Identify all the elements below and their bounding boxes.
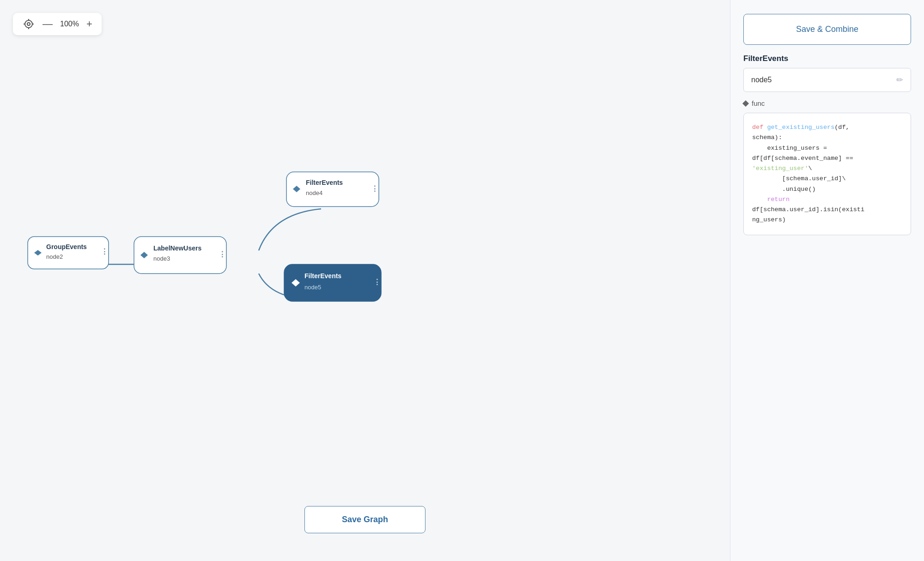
right-panel: Save & Combine FilterEvents node5 ✏ func… <box>730 0 924 561</box>
code-block[interactable]: def get_existing_users(df, schema): exis… <box>743 113 911 235</box>
svg-text:node2: node2 <box>46 253 63 260</box>
svg-text:node3: node3 <box>153 255 170 262</box>
node-group4[interactable]: FilterEvents node4 ⋮ <box>286 172 379 207</box>
graph-svg: GroupEvents node2 ⋮ LabelNewUsers node3 … <box>0 0 730 561</box>
node-name-row: node5 ✏ <box>743 68 911 92</box>
node-group2[interactable]: GroupEvents node2 ⋮ <box>28 237 109 269</box>
svg-text:node5: node5 <box>304 284 321 291</box>
svg-text:LabelNewUsers: LabelNewUsers <box>153 244 201 252</box>
svg-text:node4: node4 <box>306 189 322 196</box>
svg-text:⋮: ⋮ <box>373 278 381 286</box>
svg-rect-17 <box>286 172 379 207</box>
svg-text:FilterEvents: FilterEvents <box>304 272 341 280</box>
node-name-text: node5 <box>751 76 896 84</box>
graph-canvas: — 100% + GroupEvents node2 ⋮ LabelNewUse… <box>0 0 730 561</box>
edit-icon[interactable]: ✏ <box>896 75 903 85</box>
func-diamond-icon <box>742 100 749 106</box>
node-group3[interactable]: LabelNewUsers node3 ⋮ <box>134 237 226 274</box>
func-text: func <box>752 99 765 107</box>
section-title: FilterEvents <box>743 54 911 63</box>
func-label: func <box>743 99 911 107</box>
svg-text:⋮: ⋮ <box>371 185 378 193</box>
filter-events-section: FilterEvents node5 ✏ func def get_existi… <box>743 54 911 235</box>
node-group5[interactable]: FilterEvents node5 ⋮ <box>284 264 381 301</box>
svg-text:FilterEvents: FilterEvents <box>306 179 343 186</box>
svg-text:⋮: ⋮ <box>219 250 226 258</box>
svg-text:⋮: ⋮ <box>101 248 108 256</box>
save-combine-button[interactable]: Save & Combine <box>743 14 911 45</box>
save-graph-button[interactable]: Save Graph <box>304 506 426 533</box>
svg-text:GroupEvents: GroupEvents <box>46 243 87 250</box>
